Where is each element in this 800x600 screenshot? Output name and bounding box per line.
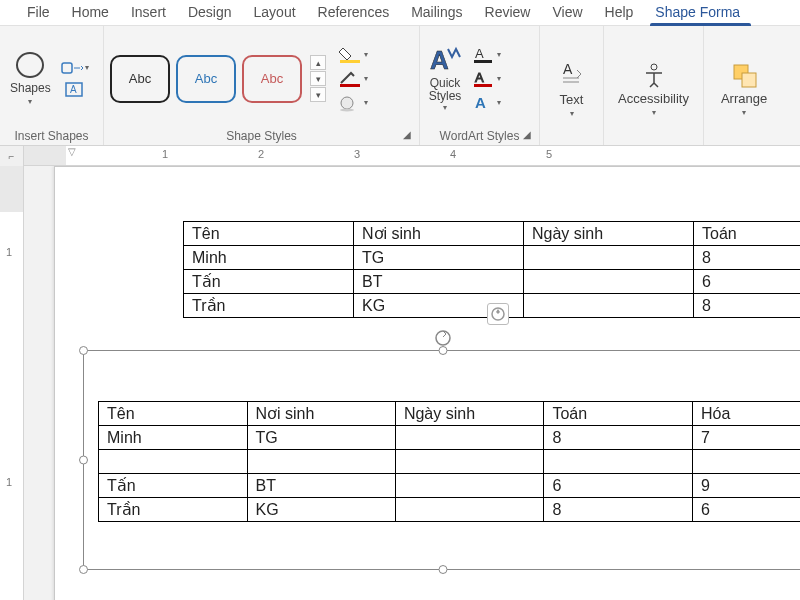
cell[interactable]: Tấn xyxy=(99,474,248,498)
shape-effects-button[interactable]: ▾ xyxy=(336,92,370,114)
vertical-ruler[interactable]: 1 1 xyxy=(0,166,24,600)
table-row[interactable]: Tên Nơi sinh Ngày sinh Toán xyxy=(184,222,801,246)
tab-layout[interactable]: Layout xyxy=(243,0,307,25)
cell[interactable]: Trần xyxy=(184,294,354,318)
layout-options-button[interactable] xyxy=(487,303,509,325)
cell[interactable]: Tên xyxy=(99,402,248,426)
horizontal-ruler[interactable]: ▽ 1 2 3 4 5 xyxy=(24,146,800,166)
tab-references[interactable]: References xyxy=(307,0,401,25)
cell[interactable] xyxy=(247,450,395,474)
cell[interactable]: 8 xyxy=(694,246,801,270)
gallery-up-icon[interactable]: ▴ xyxy=(310,55,326,70)
cell[interactable] xyxy=(99,450,248,474)
page[interactable]: Tên Nơi sinh Ngày sinh Toán Minh TG 8 Tấ… xyxy=(54,166,800,600)
chevron-down-icon: ▾ xyxy=(443,103,447,112)
gallery-more-icon[interactable]: ▾ xyxy=(310,87,326,102)
cell[interactable]: Toán xyxy=(694,222,801,246)
svg-rect-5 xyxy=(340,84,360,87)
text-outline-button[interactable]: A▾ xyxy=(470,68,504,90)
edit-shape-button[interactable]: ▾ xyxy=(59,58,91,78)
cell[interactable]: Nơi sinh xyxy=(354,222,524,246)
tab-view[interactable]: View xyxy=(541,0,593,25)
cell[interactable]: 6 xyxy=(694,270,801,294)
text-direction-button[interactable]: A Text ▾ xyxy=(549,54,595,118)
cell[interactable]: KG xyxy=(247,498,395,522)
shapes-gallery-button[interactable]: Shapes ▾ xyxy=(6,49,55,108)
tab-design[interactable]: Design xyxy=(177,0,243,25)
table-row[interactable]: Tên Nơi sinh Ngày sinh Toán Hóa xyxy=(99,402,801,426)
shape-style-preset-1[interactable]: Abc xyxy=(110,55,170,103)
shape-fill-button[interactable]: ▾ xyxy=(336,44,370,66)
cell[interactable]: 6 xyxy=(692,498,800,522)
cell[interactable]: 7 xyxy=(692,426,800,450)
table-row[interactable]: Minh TG 8 xyxy=(184,246,801,270)
text-box-button[interactable]: A xyxy=(59,80,91,100)
cell[interactable] xyxy=(395,498,544,522)
tab-review[interactable]: Review xyxy=(474,0,542,25)
cell[interactable]: TG xyxy=(354,246,524,270)
text-effects-icon: A xyxy=(473,94,497,112)
cell[interactable]: 6 xyxy=(544,474,693,498)
cell[interactable]: 8 xyxy=(694,294,801,318)
cell[interactable]: Trần xyxy=(99,498,248,522)
cell[interactable]: Ngày sinh xyxy=(524,222,694,246)
rotate-handle[interactable] xyxy=(434,329,452,347)
text-fill-button[interactable]: A▾ xyxy=(470,44,504,66)
cell[interactable]: BT xyxy=(247,474,395,498)
tab-home[interactable]: Home xyxy=(61,0,120,25)
tab-help[interactable]: Help xyxy=(594,0,645,25)
page-viewport[interactable]: Tên Nơi sinh Ngày sinh Toán Minh TG 8 Tấ… xyxy=(24,166,800,600)
table-row[interactable]: Minh TG 8 7 xyxy=(99,426,801,450)
cell[interactable] xyxy=(692,450,800,474)
selected-text-box[interactable]: Tên Nơi sinh Ngày sinh Toán Hóa Minh TG … xyxy=(83,350,800,570)
indent-marker-icon[interactable]: ▽ xyxy=(68,146,76,157)
table-row[interactable]: Trần KG 8 6 xyxy=(99,498,801,522)
resize-handle-w[interactable] xyxy=(79,456,88,465)
resize-handle-sw[interactable] xyxy=(79,565,88,574)
text-label: Text xyxy=(560,92,584,107)
tab-insert[interactable]: Insert xyxy=(120,0,177,25)
table-row[interactable]: Tấn BT 6 9 xyxy=(99,474,801,498)
cell[interactable]: Nơi sinh xyxy=(247,402,395,426)
wordart-dialog-launcher-icon[interactable]: ◢ xyxy=(523,129,531,140)
accessibility-button[interactable]: Accessibility ▾ xyxy=(608,55,699,117)
cell[interactable]: 8 xyxy=(544,426,693,450)
cell[interactable]: TG xyxy=(247,426,395,450)
text-effects-button[interactable]: A▾ xyxy=(470,92,504,114)
cell[interactable] xyxy=(395,426,544,450)
ruler-mark: 2 xyxy=(258,148,264,160)
resize-handle-nw[interactable] xyxy=(79,346,88,355)
cell[interactable] xyxy=(524,246,694,270)
cell[interactable] xyxy=(395,450,544,474)
cell[interactable] xyxy=(524,270,694,294)
cell[interactable] xyxy=(544,450,693,474)
arrange-button[interactable]: Arrange ▾ xyxy=(711,55,777,117)
cell[interactable] xyxy=(395,474,544,498)
tab-shape-format[interactable]: Shape Forma xyxy=(644,0,751,25)
table-row[interactable] xyxy=(99,450,801,474)
cell[interactable]: Minh xyxy=(99,426,248,450)
cell[interactable]: 8 xyxy=(544,498,693,522)
style-gallery-scroll[interactable]: ▴ ▾ ▾ xyxy=(310,55,326,102)
cell[interactable]: Minh xyxy=(184,246,354,270)
cell[interactable] xyxy=(524,294,694,318)
shape-style-preset-3[interactable]: Abc xyxy=(242,55,302,103)
cell[interactable]: BT xyxy=(354,270,524,294)
shape-style-preset-2[interactable]: Abc xyxy=(176,55,236,103)
resize-handle-n[interactable] xyxy=(439,346,448,355)
cell[interactable]: 9 xyxy=(692,474,800,498)
cell[interactable]: Tên xyxy=(184,222,354,246)
table-2[interactable]: Tên Nơi sinh Ngày sinh Toán Hóa Minh TG … xyxy=(98,401,800,522)
shape-styles-dialog-launcher-icon[interactable]: ◢ xyxy=(403,129,411,140)
shape-outline-button[interactable]: ▾ xyxy=(336,68,370,90)
cell[interactable]: Toán xyxy=(544,402,693,426)
cell[interactable]: Tấn xyxy=(184,270,354,294)
cell[interactable]: Hóa xyxy=(692,402,800,426)
gallery-down-icon[interactable]: ▾ xyxy=(310,71,326,86)
quick-styles-button[interactable]: A Quick Styles ▾ xyxy=(428,45,462,112)
table-row[interactable]: Tấn BT 6 xyxy=(184,270,801,294)
tab-file[interactable]: File xyxy=(16,0,61,25)
resize-handle-s[interactable] xyxy=(439,565,448,574)
tab-mailings[interactable]: Mailings xyxy=(400,0,473,25)
cell[interactable]: Ngày sinh xyxy=(395,402,544,426)
